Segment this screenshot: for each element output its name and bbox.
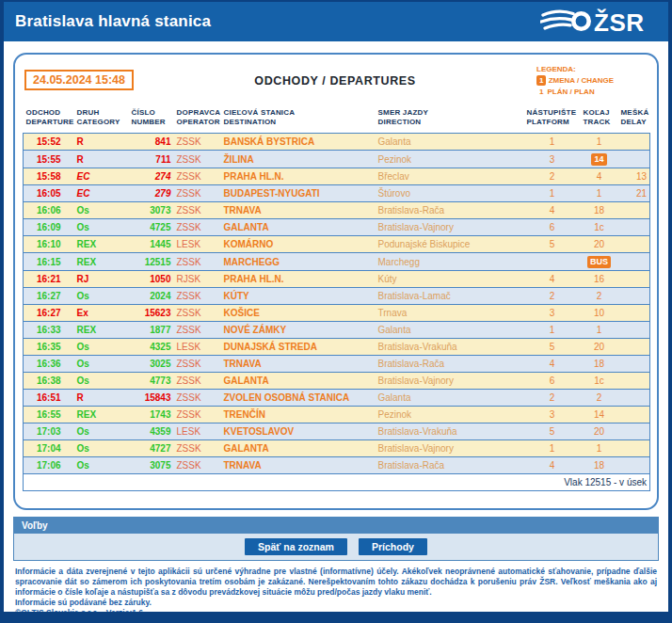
cell-delay — [618, 271, 650, 288]
cell-time: 15:52 — [24, 134, 74, 151]
cell-track: 1 — [581, 322, 618, 339]
cell-direction: Bratislava-Rača — [376, 202, 524, 219]
cell-time: 16:51 — [24, 390, 74, 407]
plan-number: 1 — [536, 87, 547, 98]
cell-destination: GALANTA — [221, 219, 376, 236]
departure-row[interactable]: 16:06Os3073ZSSKTRNAVABratislava-Rača418 — [24, 202, 650, 219]
cell-direction: Bratislava-Rača — [376, 356, 524, 373]
cell-number: 4727 — [129, 440, 174, 457]
cell-time: 16:27 — [24, 305, 74, 322]
cell-category: Os — [74, 339, 129, 356]
cell-operator: ZSSK — [174, 185, 221, 202]
cell-track: 18 — [581, 457, 618, 474]
departure-row[interactable]: 16:55REX1743ZSSKTRENČÍNPezinok314 — [24, 407, 650, 423]
departures-panel: 24.05.2024 15:48 ODCHODY / DEPARTURES LE… — [13, 53, 659, 510]
change-badge: 1 — [536, 75, 546, 86]
departure-row[interactable]: 17:03Os4359LESKKVETOSLAVOVBratislava-Vra… — [24, 423, 650, 440]
cell-number: 3073 — [129, 202, 174, 219]
cell-track: 18 — [581, 202, 618, 219]
departure-row[interactable]: 16:36Os3025ZSSKTRNAVABratislava-Rača418 — [24, 356, 650, 373]
cell-destination: GALANTA — [221, 440, 376, 457]
cell-track: BUS — [581, 253, 618, 271]
track-badge: BUS — [587, 256, 611, 268]
cell-delay — [618, 236, 650, 253]
page: Bratislava hlavná stanica ŽSR 24.05.2024… — [0, 0, 672, 623]
departure-row[interactable]: 16:35Os4325LESKDUNAJSKÁ STREDABratislava… — [24, 339, 650, 356]
note-text: Vlak 12515 - v úsek — [24, 474, 650, 491]
cell-operator: ZSSK — [174, 219, 221, 236]
departure-row[interactable]: 15:52R841ZSSKBANSKÁ BYSTRICAGalanta11 — [24, 134, 650, 151]
cell-number: 3025 — [129, 356, 174, 373]
cell-time: 16:10 — [24, 236, 74, 253]
cell-track: 20 — [581, 339, 618, 356]
column-header-operator: DOPRAVCAOPERATOR — [174, 104, 221, 134]
cell-operator: ZSSK — [174, 373, 221, 390]
zsr-logo-icon: ŽSR — [540, 8, 657, 36]
cell-category: Os — [74, 440, 129, 457]
departure-row[interactable]: 16:10REX1445LESKKOMÁRNOPodunajské Biskup… — [24, 236, 650, 253]
departure-row[interactable]: 16:09Os4725ZSSKGALANTABratislava-Vajnory… — [24, 219, 650, 236]
cell-track: 4 — [581, 168, 618, 185]
column-header-departure: ODCHODDEPARTURE — [24, 104, 74, 134]
column-header-delay: MEŠKÁDELAY — [618, 104, 650, 134]
cell-number: 711 — [129, 151, 174, 168]
cell-time: 17:06 — [24, 457, 74, 474]
cell-category: Ex — [74, 305, 129, 322]
cell-number: 841 — [129, 134, 174, 151]
cell-number: 15843 — [129, 390, 174, 407]
cell-direction: Bratislava-Vajnory — [376, 440, 524, 457]
cell-direction: Pezinok — [376, 407, 524, 423]
cell-category: REX — [74, 322, 129, 339]
departure-row[interactable]: 17:04Os4727ZSSKGALANTABratislava-Vajnory… — [24, 440, 650, 457]
departure-row[interactable]: 15:55R711ZSSKŽILINAPezinok314 — [24, 151, 650, 168]
cell-time: 16:36 — [24, 356, 74, 373]
cell-delay — [618, 339, 650, 356]
departure-row[interactable]: 15:58EC274ZSSKPRAHA HL.N.Břeclav2413 — [24, 168, 650, 185]
options-header: Voľby — [14, 518, 658, 534]
cell-destination: KOMÁRNO — [221, 236, 376, 253]
cell-operator: LESK — [174, 236, 221, 253]
cell-track: 1 — [581, 134, 618, 151]
cell-delay — [618, 288, 650, 305]
departure-row[interactable]: 16:27Ex15623ZSSKKOŠICETrnava310 — [24, 305, 650, 322]
departure-row[interactable]: 16:38Os4773ZSSKGALANTABratislava-Vajnory… — [24, 373, 650, 390]
cell-delay — [618, 202, 650, 219]
cell-track: 20 — [581, 236, 618, 253]
cell-operator: ZSSK — [174, 151, 221, 168]
cell-time: 16:09 — [24, 219, 74, 236]
wing-stroke-top — [543, 11, 573, 15]
cell-delay — [618, 253, 650, 271]
cell-destination: TRNAVA — [221, 457, 376, 474]
arrivals-button[interactable]: Príchody — [359, 538, 427, 555]
column-header-category: DRUHCATEGORY — [74, 104, 129, 134]
cell-category: R — [74, 390, 129, 407]
options-body: Späť na zoznam Príchody — [14, 534, 658, 560]
column-header-destination: CIEĽOVÁ STANICADESTINATION — [221, 104, 376, 134]
column-header-direction: SMER JAZDYDIRECTION — [376, 104, 524, 134]
departure-row[interactable]: 16:15REX12515ZSSKMARCHEGGMarcheggBUS — [24, 253, 650, 271]
cell-direction: Galanta — [376, 322, 524, 339]
cell-category: Os — [74, 423, 129, 440]
column-header-platform: NÁSTUPIŠTEPLATFORM — [524, 104, 581, 134]
cell-category: R — [74, 134, 129, 151]
departure-row[interactable]: 16:27Os2024ZSSKKÚTYBratislava-Lamač22 — [24, 288, 650, 305]
cell-direction: Galanta — [376, 134, 524, 151]
zsr-logo: ŽSR — [540, 8, 657, 36]
cell-operator: LESK — [174, 423, 221, 440]
departure-row[interactable]: 16:33REX1877ZSSKNOVÉ ZÁMKYGalanta11 — [24, 322, 650, 339]
cell-category: EC — [74, 168, 129, 185]
cell-platform: 5 — [524, 236, 581, 253]
cell-platform: 2 — [524, 288, 581, 305]
cell-platform: 6 — [524, 219, 581, 236]
cell-delay — [618, 440, 650, 457]
departure-row[interactable]: 17:06Os3075ZSSKTRNAVABratislava-Rača418 — [24, 457, 650, 474]
cell-direction: Bratislava-Vajnory — [376, 373, 524, 390]
cell-direction: Kúty — [376, 271, 524, 288]
cell-platform: 3 — [524, 305, 581, 322]
departure-row[interactable]: 16:51R15843ZSSKZVOLEN OSOBNÁ STANICAGala… — [24, 390, 650, 407]
legend-plan-row: 1PLÁN / PLAN — [536, 87, 648, 98]
cell-time: 16:06 — [24, 202, 74, 219]
back-to-list-button[interactable]: Späť na zoznam — [245, 538, 347, 555]
departure-row[interactable]: 16:05EC279ZSSKBUDAPEST-NYUGATIŠtúrovo112… — [24, 185, 650, 202]
departure-row[interactable]: 16:21RJ1050RJSKPRAHA HL.N.Kúty416 — [24, 271, 650, 288]
